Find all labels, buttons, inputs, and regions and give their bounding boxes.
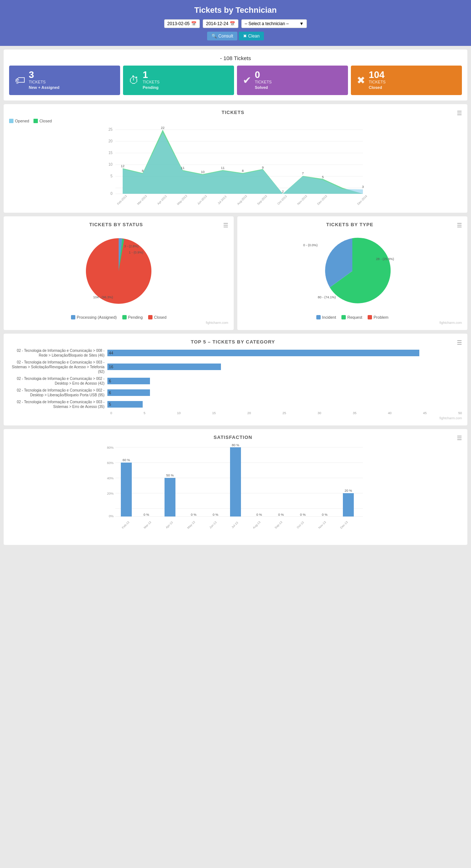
svg-text:Apr-13: Apr-13 [165,521,174,529]
card-info-pending: 1 TICKETSPending [143,70,159,91]
calendar-icon-from: 📅 [191,21,197,26]
bar-value-4: 6 [109,390,111,395]
bar-fill-5: 5 [107,401,143,408]
svg-text:80 %: 80 % [232,444,240,447]
problem-color [368,315,372,319]
satisfaction-chart-menu[interactable]: ☰ [457,435,462,441]
svg-text:5: 5 [322,175,324,179]
svg-text:0%: 0% [109,514,114,518]
check-icon: ✔ [243,74,251,86]
svg-text:20: 20 [108,139,113,143]
svg-text:Feb-13: Feb-13 [121,520,130,529]
clean-button[interactable]: ✖ Clean [239,32,264,40]
svg-text:Jul-13: Jul-13 [231,521,239,529]
bar-row-2: 02 - Tecnologia de Informação e Comunica… [9,360,462,374]
card-number-closed: 104 [369,70,385,79]
filter-controls: 2013-02-05 📅 2014-12-24 📅 – Select a tec… [5,19,466,28]
request-label: Request [347,315,362,319]
svg-text:104 - (96.3%): 104 - (96.3%) [93,295,113,299]
bar-value-1: 44 [109,351,113,355]
svg-text:0 %: 0 % [322,513,328,517]
bar-fill-2: 16 [107,364,221,370]
pending-color [122,315,127,319]
legend-problem: Problem [368,315,388,319]
svg-text:20 %: 20 % [345,489,352,492]
type-chart-title: TICKETS BY TYPE [243,222,462,227]
svg-text:80 - (74.1%): 80 - (74.1%) [318,295,336,299]
bar-label-2: 02 - Tecnologia de Informação e Comunica… [9,360,107,374]
svg-text:Feb-2013: Feb-2013 [116,194,128,205]
status-chart-menu[interactable]: ☰ [223,222,228,229]
status-chart-footer: fightcharm.com [9,321,228,325]
svg-text:50 %: 50 % [166,474,174,477]
incident-color [316,315,321,319]
svg-text:11: 11 [181,166,185,170]
tickets-chart-menu[interactable]: ☰ [457,110,462,117]
card-new-assigned: 🏷 3 TICKETSNew + Assigned [9,66,120,95]
svg-text:10: 10 [201,170,205,174]
action-buttons: 🔍 Consult ✖ Clean [5,32,466,40]
svg-text:Oct-2013: Oct-2013 [277,195,288,205]
svg-text:60 %: 60 % [123,458,130,462]
search-icon: 🔍 [211,34,217,39]
sat-bar-feb [121,463,132,517]
bar-track-5: 5 [107,401,462,408]
top5-chart-section: ☰ TOP 5 – TICKETS BY CATEGORY 02 - Tecno… [4,334,467,425]
top5-bar-chart: 02 - Tecnologia de Informação e Comunica… [9,348,462,415]
svg-text:60%: 60% [107,461,114,465]
bar-row-4: 02 - Tecnologia de Informação e Comunica… [9,388,462,397]
svg-text:0 - (0.0%): 0 - (0.0%) [303,243,318,247]
bar-value-3: 6 [109,379,111,383]
sat-bar-jul [230,447,241,517]
svg-text:20%: 20% [107,492,114,495]
svg-text:May-2013: May-2013 [176,194,188,206]
consult-button[interactable]: 🔍 Consult [207,32,238,40]
type-chart-menu[interactable]: ☰ [457,222,462,229]
tickets-chart-legend: Opened Closed [9,119,462,123]
bar-label-5: 02 - Tecnologia de Informação e Comunica… [9,400,107,409]
card-number-pending: 1 [143,70,159,79]
legend-closed-pie: Closed [148,315,166,319]
tag-icon: 🏷 [15,74,25,86]
date-to-value: 2014-12-24 [206,21,228,26]
date-to-input[interactable]: 2014-12-24 📅 [203,19,238,28]
svg-text:11: 11 [221,166,225,170]
date-from-input[interactable]: 2013-02-05 📅 [164,19,200,28]
svg-text:22: 22 [161,126,165,130]
svg-text:10: 10 [108,162,113,166]
card-info-new: 3 TICKETSNew + Assigned [29,70,59,91]
processing-label: Processing (Assigned) [77,315,117,319]
card-label-closed: TICKETSClosed [369,79,385,91]
svg-text:Oct-13: Oct-13 [296,521,305,529]
bar-track-3: 6 [107,378,462,384]
satisfaction-bar-chart: 80% 60% 40% 20% 0% 60 % 0 % 50 % 0 % 0 %… [9,444,462,538]
top5-chart-title: TOP 5 – TICKETS BY CATEGORY [9,339,462,345]
bar-label-4: 02 - Tecnologia de Informação e Comunica… [9,388,107,397]
xcircle-icon: ✖ [357,74,365,86]
type-chart-footer: fightcharm.com [243,321,462,325]
closed-color [33,119,38,123]
technician-select[interactable]: – Select a technician – ▼ [241,19,307,28]
incident-label: Incident [322,315,336,319]
svg-text:Jun-2013: Jun-2013 [197,195,207,205]
svg-text:Apr-2013: Apr-2013 [157,195,167,205]
legend-closed-label: Closed [39,119,52,123]
problem-label: Problem [373,315,388,319]
bar-row-1: 02 - Tecnologia de Informação e Comunica… [9,348,462,358]
closed-pie-color [148,315,153,319]
status-chart-title: TICKETS BY STATUS [9,222,228,227]
bar-fill-3: 6 [107,378,150,384]
svg-text:Aug-2013: Aug-2013 [237,194,248,205]
legend-processing: Processing (Assigned) [71,315,117,319]
top5-chart-menu[interactable]: ☰ [457,339,462,346]
status-pie-legend: Processing (Assigned) Pending Closed [9,315,228,319]
bar-label-3: 02 - Tecnologia de Informação e Comunica… [9,376,107,386]
svg-text:Sep-13: Sep-13 [274,520,283,529]
bar-track-4: 6 [107,389,462,396]
satisfaction-chart-section: ☰ SATISFACTION 80% 60% 40% 20% 0% 60 % 0… [4,429,467,545]
calendar-icon-to: 📅 [230,21,235,26]
type-pie-chart: 0 - (0.0%) 28 - (25.9%) 80 - (74.1%) [243,231,462,311]
svg-text:Mar-2013: Mar-2013 [136,194,148,205]
summary-title: - 108 Tickets [9,55,462,61]
card-label-solved: TICKETSSolved [255,79,272,91]
